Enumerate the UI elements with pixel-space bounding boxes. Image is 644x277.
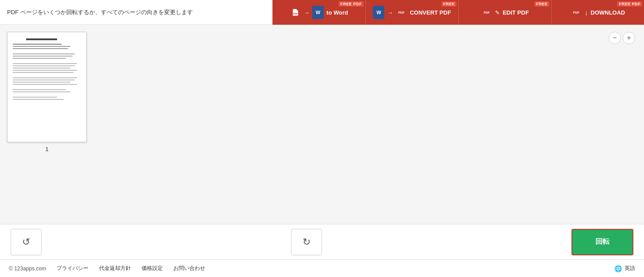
footer-copyright: © 123apps.com bbox=[9, 266, 46, 272]
page-thumbnail[interactable] bbox=[7, 32, 87, 142]
zoom-controls: − + bbox=[609, 32, 635, 44]
download-pdf-icon: PDF bbox=[571, 6, 582, 19]
doc-line-13 bbox=[13, 80, 75, 80]
doc-line-14 bbox=[13, 82, 70, 83]
to-word-free-label: FREE PDF bbox=[338, 1, 364, 7]
globe-icon: 🌐 bbox=[614, 265, 622, 272]
rotate-submit-button[interactable]: 回転 bbox=[571, 229, 633, 255]
convert-pdf-icon: PDF bbox=[395, 6, 407, 19]
convert-pdf-content: W → PDF CONVERT PDF bbox=[373, 6, 451, 19]
main-content: − + bbox=[0, 25, 644, 224]
doc-line-7 bbox=[13, 63, 77, 64]
page-content bbox=[11, 37, 83, 102]
footer-link-contact[interactable]: お問い合わせ bbox=[173, 265, 205, 272]
doc-line-4 bbox=[13, 53, 75, 54]
doc-title bbox=[26, 38, 57, 40]
doc-line-2 bbox=[13, 46, 70, 47]
action-bar: ↺ ↻ 回転 bbox=[0, 224, 644, 259]
download-button[interactable]: FREE PDF PDF ↓ DOWNLOAD bbox=[551, 0, 644, 25]
word-icon: W bbox=[312, 6, 324, 19]
zoom-in-button[interactable]: + bbox=[623, 32, 635, 44]
doc-spacer-2 bbox=[13, 60, 81, 62]
doc-line-19 bbox=[13, 99, 64, 100]
footer-link-privacy[interactable]: プライバシー bbox=[57, 265, 88, 272]
edit-pdf-label: EDIT PDF bbox=[502, 10, 529, 15]
footer: © 123apps.com プライバシー 代金返却方針 価格設定 お問い合わせ … bbox=[0, 259, 644, 277]
convert-pdf-button[interactable]: FREE W → PDF CONVERT PDF bbox=[365, 0, 458, 25]
pdf-icon: PDF bbox=[290, 6, 301, 19]
convert-pdf-label: CONVERT PDF bbox=[410, 10, 451, 15]
doc-line-17 bbox=[13, 91, 70, 92]
to-word-label: to Word bbox=[326, 10, 348, 15]
doc-spacer-5 bbox=[13, 94, 81, 95]
convert-pdf-free-label: FREE bbox=[441, 1, 456, 7]
convert-arrow: → bbox=[387, 9, 393, 16]
download-arrow: ↓ bbox=[585, 9, 588, 16]
doc-line-3 bbox=[13, 48, 68, 49]
doc-line-15 bbox=[13, 84, 77, 85]
edit-pdf-free-label: FREE bbox=[534, 1, 549, 7]
doc-spacer-3 bbox=[13, 74, 81, 76]
download-free-label: FREE PDF bbox=[617, 1, 642, 7]
edit-pdf-icon: PDF bbox=[481, 6, 492, 19]
doc-line-6 bbox=[13, 58, 66, 59]
convert-word-icon: W bbox=[373, 6, 384, 19]
doc-line-12 bbox=[13, 77, 77, 78]
zoom-out-button[interactable]: − bbox=[609, 32, 621, 44]
footer-left: © 123apps.com プライバシー 代金返却方針 価格設定 お問い合わせ bbox=[9, 265, 205, 272]
to-word-arrow: → bbox=[304, 9, 310, 16]
rotate-left-button[interactable]: ↺ bbox=[11, 229, 42, 255]
to-word-button[interactable]: FREE PDF PDF → W to Word bbox=[272, 0, 365, 25]
footer-language: 英語 bbox=[625, 265, 635, 272]
doc-line-1 bbox=[13, 44, 61, 45]
page-number: 1 bbox=[45, 146, 48, 152]
rotate-right-button[interactable]: ↻ bbox=[291, 229, 322, 255]
footer-link-pricing[interactable]: 価格設定 bbox=[142, 265, 163, 272]
download-label: DOWNLOAD bbox=[590, 10, 625, 15]
top-bar: PDF ページをいくつか回転するか、すべてのページの向きを変更します FREE … bbox=[0, 0, 644, 25]
svg-text:PDF: PDF bbox=[293, 12, 298, 15]
to-word-content: PDF → W to Word bbox=[290, 6, 348, 19]
doc-spacer bbox=[13, 50, 81, 52]
edit-pdf-button[interactable]: FREE PDF ✎ EDIT PDF bbox=[458, 0, 551, 25]
doc-line-9 bbox=[13, 68, 70, 68]
top-buttons: FREE PDF PDF → W to Word FREE W bbox=[272, 0, 644, 25]
page-thumbnail-area: 1 bbox=[7, 32, 87, 217]
download-content: PDF ↓ DOWNLOAD bbox=[571, 6, 625, 19]
doc-line-10 bbox=[13, 70, 77, 71]
doc-spacer-4 bbox=[13, 86, 81, 88]
doc-line-8 bbox=[13, 65, 75, 66]
doc-line-5 bbox=[13, 56, 73, 57]
footer-right[interactable]: 🌐 英語 bbox=[614, 265, 635, 272]
edit-pdf-content: PDF ✎ EDIT PDF bbox=[481, 6, 529, 19]
footer-link-refund[interactable]: 代金返却方針 bbox=[99, 265, 131, 272]
doc-line-11 bbox=[13, 72, 74, 73]
doc-line-16 bbox=[13, 89, 66, 90]
doc-line-18 bbox=[13, 97, 57, 98]
edit-arrow: ✎ bbox=[495, 9, 500, 16]
